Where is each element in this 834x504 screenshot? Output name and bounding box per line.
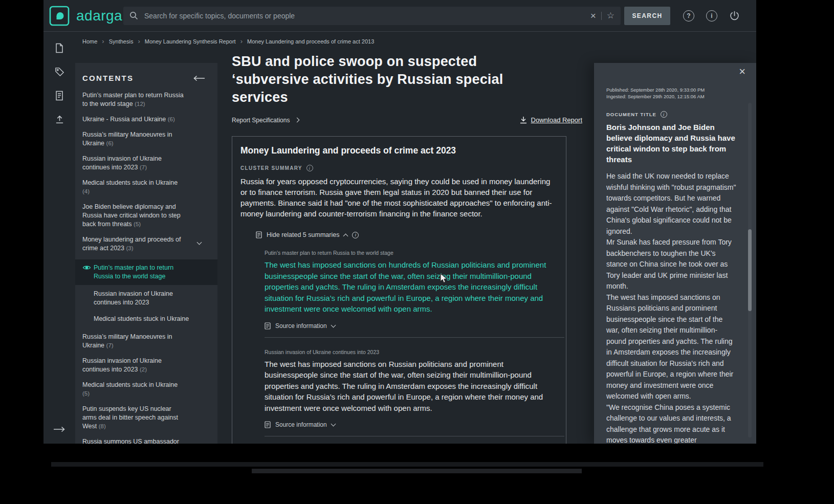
main-content: SBU and police swoop on suspected ‘subve… xyxy=(232,32,582,444)
document-meta: Published: September 28th 2020, 9:33:00 … xyxy=(606,86,744,100)
contents-item[interactable]: Putin suspends key US nuclear arms deal … xyxy=(82,405,185,431)
contents-item-count: (7) xyxy=(106,342,114,348)
contents-item[interactable]: Joe Biden believe diplomacy and Russia h… xyxy=(82,203,185,229)
contents-item-count: (5) xyxy=(82,390,90,397)
document-title: Boris Johnson and Joe Biden believe dipl… xyxy=(606,122,736,165)
chevron-up-icon xyxy=(343,233,348,238)
source-information-toggle[interactable]: Source information xyxy=(265,322,564,330)
breadcrumb-current-page: Money Laundering and proceeds of crime a… xyxy=(247,38,374,45)
download-report-label: Download Report xyxy=(531,116,582,124)
contents-item-label: Russia’s military Manoeuvres in Ukraine xyxy=(82,131,172,147)
contents-item-label: Ukraine - Russia and Ukraine xyxy=(82,116,166,123)
summary-source-label: Putin's master plan to return Russia to … xyxy=(265,250,564,256)
cluster-card: Money Laundering and proceeds of crime a… xyxy=(232,136,566,444)
contents-subitem-label: Russian invasion of Ukraine continues in… xyxy=(94,290,191,307)
hide-summaries-label: Hide related 5 summaries xyxy=(267,231,339,238)
search-button[interactable]: SEARCH xyxy=(624,7,670,25)
summary-text[interactable]: The west has imposed sanctions on Russia… xyxy=(265,359,547,414)
clear-search-icon[interactable]: × xyxy=(590,11,596,20)
summaries-info-icon[interactable]: i xyxy=(352,232,359,238)
search-input[interactable] xyxy=(143,11,585,20)
search-icon xyxy=(129,11,138,20)
contents-item-label: Russian invasion of Ukraine continues in… xyxy=(82,155,162,171)
expand-rail-arrow-icon[interactable] xyxy=(53,426,65,432)
left-icon-rail xyxy=(43,32,75,444)
contents-item-label: Russia summons US ambassador xyxy=(82,438,179,444)
topbar-actions: ? i xyxy=(683,10,740,21)
upload-icon[interactable] xyxy=(55,115,64,124)
download-report-link[interactable]: Download Report xyxy=(520,116,582,124)
contents-item[interactable]: Medical students stuck in Ukraine (5) xyxy=(82,381,185,398)
source-doc-icon xyxy=(265,421,271,428)
contents-item[interactable]: Russian invasion of Ukraine continues in… xyxy=(82,155,185,172)
brand-name: adarga xyxy=(76,8,122,24)
cluster-heading: Money Laundering and proceeds of crime a… xyxy=(240,145,558,156)
contents-list: Russia’s military Manoeuvres in Ukraine … xyxy=(75,333,217,444)
contents-item-expanded[interactable]: Money laundering and proceeds of crime a… xyxy=(82,235,185,253)
contents-item[interactable]: Medical students stuck in Ukraine (4) xyxy=(82,179,185,196)
save-search-star-icon[interactable]: ☆ xyxy=(607,10,614,21)
contents-item[interactable]: Ukraine - Russia and Ukraine (6) xyxy=(82,115,185,124)
chevron-down-icon[interactable] xyxy=(197,238,201,247)
document-paragraph: Mr Sunak has faced pressure from Tory ba… xyxy=(606,237,736,292)
download-icon xyxy=(520,116,527,124)
contents-item[interactable]: Russia summons US ambassador (5) xyxy=(82,437,185,444)
breadcrumb-separator-icon: › xyxy=(102,38,104,45)
source-information-toggle[interactable]: Source information xyxy=(265,421,564,428)
cluster-summary-label-row: CLUSTER SUMMARY i xyxy=(240,165,558,171)
document-title-label: DOCUMENT TITLE xyxy=(606,112,656,117)
scrollbar-thumb[interactable] xyxy=(748,229,752,311)
scrollbar-track[interactable] xyxy=(748,103,752,437)
cluster-summary-text: Russia for years opposed cryptocurrencie… xyxy=(240,176,559,219)
desktop-artifact-bar xyxy=(252,469,582,473)
breadcrumb-synthesis-report[interactable]: Money Laundering Synthesis Report xyxy=(145,38,236,45)
reports-icon[interactable] xyxy=(55,91,64,101)
contents-subitem-selected[interactable]: Putin’s master plan to return Russia to … xyxy=(75,259,217,285)
report-specifications-link[interactable]: Report Specifications xyxy=(232,117,299,124)
contents-subitem[interactable]: Russian invasion of Ukraine continues in… xyxy=(75,287,217,310)
adarga-logo-icon xyxy=(49,6,70,26)
documents-icon[interactable] xyxy=(55,43,64,53)
document-title-label-row: DOCUMENT TITLE i xyxy=(606,111,744,118)
about-info-icon[interactable]: i xyxy=(706,10,717,21)
contents-item[interactable]: Russian invasion of Ukraine continues in… xyxy=(82,357,185,374)
contents-item[interactable]: Russia’s military Manoeuvres in Ukraine … xyxy=(82,130,185,148)
hide-summaries-toggle[interactable]: Hide related 5 summaries i xyxy=(256,231,558,238)
contents-item-label: Joe Biden believe diplomacy and Russia h… xyxy=(82,203,181,228)
breadcrumb-separator-icon: › xyxy=(138,38,140,45)
summary-text-highlighted[interactable]: The west has imposed sanctions on hundre… xyxy=(265,259,547,315)
app-window: adarga × ☆ SEARCH ? i Home xyxy=(43,0,756,444)
document-title-info-icon[interactable]: i xyxy=(661,111,667,118)
contents-item-count: (4) xyxy=(82,188,90,194)
contents-item-label: Russian invasion of Ukraine continues in… xyxy=(82,357,162,373)
contents-item-count: (7) xyxy=(140,164,147,170)
page-title: SBU and police swoop on suspected ‘subve… xyxy=(232,53,549,106)
brand[interactable]: adarga xyxy=(49,6,123,26)
contents-sublist: Putin’s master plan to return Russia to … xyxy=(75,259,217,326)
help-icon[interactable]: ? xyxy=(683,10,694,21)
search-divider xyxy=(601,12,602,20)
report-specifications-label: Report Specifications xyxy=(232,117,290,124)
breadcrumb-home[interactable]: Home xyxy=(82,38,97,45)
breadcrumb-synthesis[interactable]: Synthesis xyxy=(109,38,134,45)
collapse-contents-arrow-icon[interactable] xyxy=(193,75,205,81)
search-bar: × ☆ xyxy=(123,7,621,25)
tags-icon[interactable] xyxy=(55,67,64,77)
ingested-date: Ingested: September 29th 2020, 12:15:06 … xyxy=(606,93,744,100)
document-body: He said the UK now needed to replace wis… xyxy=(606,171,736,444)
contents-item[interactable]: Putin’s master plan to return Russia to … xyxy=(82,91,185,108)
contents-subitem[interactable]: Medical students stuck in Ukraine xyxy=(75,312,217,326)
power-icon[interactable] xyxy=(729,10,740,21)
contents-item-label: Russia’s military Manoeuvres in Ukraine xyxy=(82,333,172,349)
source-information-label: Source information xyxy=(275,421,327,428)
contents-item-label: Medical students stuck in Ukraine xyxy=(82,179,178,186)
close-panel-icon[interactable]: × xyxy=(739,66,745,77)
contents-item[interactable]: Russia’s military Manoeuvres in Ukraine … xyxy=(82,333,185,350)
cluster-info-icon[interactable]: i xyxy=(306,165,313,171)
document-paragraph: The west has imposed sanctions on Russia… xyxy=(606,292,736,402)
contents-item-count: (3) xyxy=(126,245,133,251)
eye-icon xyxy=(82,265,91,271)
contents-item-label: Putin’s master plan to return Russia to … xyxy=(82,92,184,107)
related-summaries: Putin's master plan to return Russia to … xyxy=(265,250,564,444)
document-paragraph: He said the UK now needed to replace wis… xyxy=(606,171,736,237)
